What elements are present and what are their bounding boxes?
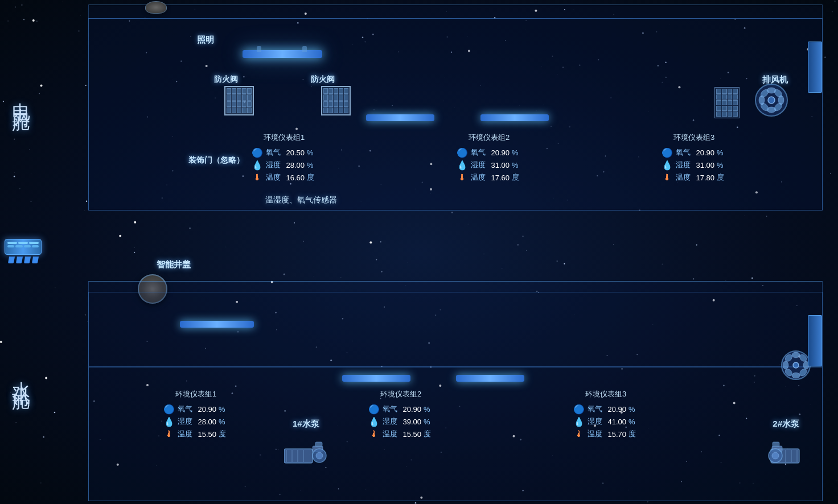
temp-icon-1: 🌡 (251, 173, 264, 182)
w-oxygen-icon-1: 🔵 (163, 404, 175, 414)
fire-valve2-box[interactable] (321, 86, 351, 115)
power-sensor-group-1: 环境仪表组1 🔵 氧气 20.50 % 💧 湿度 28.00 % 🌡 温度 16… (251, 133, 317, 185)
fire-valve1-box[interactable] (224, 86, 254, 115)
w-oxygen-icon-3: 🔵 (573, 404, 585, 414)
w-humidity-icon-3: 💧 (573, 417, 585, 426)
svg-rect-31 (773, 442, 779, 447)
ventilation-cap (145, 1, 167, 14)
humidity-icon-2: 💧 (456, 160, 469, 170)
svg-point-12 (792, 352, 800, 358)
right-door-power (808, 42, 822, 93)
svg-rect-22 (315, 442, 322, 447)
smart-cover-label: 智能井盖 (157, 259, 191, 270)
pump2-label: 2#水泵 (773, 419, 799, 429)
lighting-mount-left (257, 46, 261, 52)
fire-valve1-label: 防火阀 (214, 75, 238, 85)
fire-valve2-label: 防火阀 (311, 75, 335, 85)
svg-point-11 (793, 362, 799, 368)
temp-icon-2: 🌡 (456, 173, 469, 182)
lighting-water-center2 (456, 375, 524, 382)
w-temp-icon-1: 🌡 (163, 429, 175, 439)
ac-unit-icon (5, 239, 42, 263)
lighting-fixture-center2 (480, 114, 549, 121)
lighting-water-center1 (342, 375, 410, 382)
power-main-box: 照明 防火阀 防火阀 装饰门（忽略） 排风机 (88, 18, 823, 210)
right-door-water (808, 315, 822, 366)
w-temp-icon-2: 🌡 (368, 429, 380, 439)
power-sensor-group-2: 环境仪表组2 🔵 氧气 20.90 % 💧 湿度 31.00 % 🌡 温度 17… (456, 133, 522, 185)
left-sidebar: 电力舱 水讯舱 (0, 0, 46, 504)
w-oxygen-icon-2: 🔵 (368, 404, 380, 414)
svg-point-33 (772, 452, 779, 459)
exhaust-grate (714, 87, 740, 118)
lighting-fixture-center1 (366, 114, 434, 121)
oxygen-icon-3: 🔵 (661, 148, 673, 157)
pump1-label: 1#水泵 (293, 419, 319, 429)
oxygen-icon-1: 🔵 (251, 148, 264, 157)
water-sensor-group-2: 环境仪表组2 🔵 氧气 20.90 % 💧 湿度 39.00 % 🌡 温度 15… (368, 389, 434, 441)
lighting-label: 照明 (197, 35, 214, 46)
w-humidity-icon-2: 💧 (368, 417, 380, 426)
svg-point-1 (768, 97, 775, 104)
water-main-box: 环境仪表组1 🔵 氧气 20.90 % 💧 湿度 28.00 % 🌡 温度 15… (88, 292, 823, 501)
exhaust-fan-svg (754, 82, 789, 118)
lighting-fixture-power (243, 50, 322, 58)
svg-point-24 (316, 452, 323, 459)
svg-rect-20 (284, 449, 313, 463)
svg-point-16 (792, 373, 800, 378)
pump1-icon[interactable] (284, 437, 330, 471)
decoration-door-label: 装饰门（忽略） (188, 155, 244, 166)
power-sensor-group-3: 环境仪表组3 🔵 氧气 20.90 % 💧 湿度 31.00 % 🌡 温度 17… (661, 133, 727, 185)
w-temp-icon-3: 🌡 (573, 429, 585, 439)
lighting-mount-right (302, 46, 307, 52)
water-sensor-group-1: 环境仪表组1 🔵 氧气 20.90 % 💧 湿度 28.00 % 🌡 温度 15… (163, 389, 229, 441)
humidity-icon-1: 💧 (251, 160, 264, 170)
pump2-icon[interactable] (765, 437, 811, 471)
water-sensor-group-3: 环境仪表组3 🔵 氧气 20.90 % 💧 湿度 41.00 % 🌡 温度 15… (573, 389, 639, 441)
sensor-note: 温湿度、氧气传感器 (265, 195, 337, 205)
lighting-water-left (180, 321, 254, 328)
temp-icon-3: 🌡 (661, 173, 673, 182)
humidity-icon-3: 💧 (661, 160, 673, 170)
svg-point-18 (783, 361, 788, 369)
w-humidity-icon-1: 💧 (163, 417, 175, 426)
water-box-top-face (88, 281, 823, 292)
water-section-label: 水讯舱 (10, 367, 32, 384)
water-fan-svg (780, 349, 812, 381)
oxygen-icon-2: 🔵 (456, 148, 469, 157)
water-divider (89, 366, 822, 367)
power-box-top-face (88, 5, 823, 19)
power-section-label: 电力舱 (10, 88, 32, 105)
